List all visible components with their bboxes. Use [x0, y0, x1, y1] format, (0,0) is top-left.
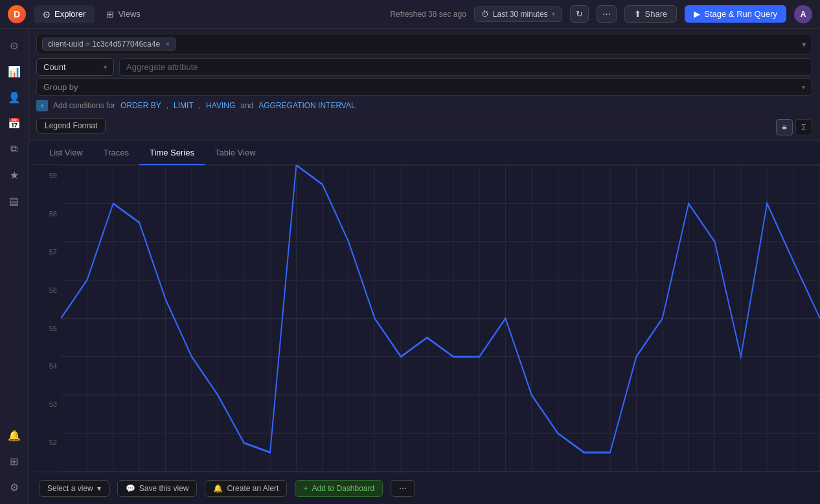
- sidebar-icon-people[interactable]: 👤: [3, 86, 26, 109]
- sidebar-icon-calendar[interactable]: 📅: [3, 111, 26, 135]
- refresh-info: Refreshed 38 sec ago: [390, 10, 466, 19]
- y-axis-labels: 59 58 57 56 55 54 53 52 51: [28, 165, 61, 504]
- nav-tab-explorer[interactable]: ⊙ Explorer: [34, 5, 95, 23]
- aggregate-row: Count ▾ Aggregate attribute: [36, 58, 812, 76]
- top-nav: D ⊙ Explorer ⊞ Views Refreshed 38 sec ag…: [0, 0, 820, 29]
- save-icon: 💬: [126, 484, 135, 493]
- time-series-chart: [61, 165, 820, 472]
- app-logo: D: [8, 5, 26, 23]
- group-by-arrow-icon: ▾: [802, 84, 805, 91]
- having-link[interactable]: HAVING: [206, 101, 235, 110]
- nav-tab-views-label: Views: [118, 9, 140, 19]
- aggregate-arrow-icon: ▾: [104, 63, 107, 71]
- qb-toolbar: ≡ Σ: [776, 119, 812, 135]
- share-icon: ⬆: [634, 9, 641, 19]
- nav-tab-explorer-label: Explorer: [54, 9, 85, 19]
- tab-list-view[interactable]: List View: [39, 141, 93, 165]
- create-alert-button[interactable]: 🔔 Create an Alert: [205, 480, 287, 497]
- conditions-row: + Add conditions for ORDER BY , LIMIT , …: [36, 100, 812, 111]
- chart-line: [61, 165, 820, 452]
- filter-expand-icon[interactable]: ▾: [802, 40, 806, 49]
- bottom-action-bar: Select a view ▾ 💬 Save this view 🔔 Creat…: [28, 472, 820, 504]
- more-icon: ⋯: [399, 484, 407, 493]
- more-options-button[interactable]: ⋯: [391, 480, 415, 497]
- sidebar-icon-grid[interactable]: ⊞: [3, 450, 26, 473]
- table-view-tool-button[interactable]: ≡: [776, 119, 793, 135]
- chart-area: 59 58 57 56 55 54 53 52 51: [28, 165, 820, 504]
- select-view-arrow-icon: ▾: [97, 484, 101, 493]
- view-tabs: List View Traces Time Series Table View: [28, 141, 820, 165]
- sidebar-icon-bell[interactable]: 🔔: [3, 424, 26, 447]
- query-builder: client-uuid = 1c3c4d577046ca4e × ▾ Count…: [28, 29, 820, 141]
- time-range-selector[interactable]: ⏱ Last 30 minutes ▾: [474, 6, 562, 22]
- share-button[interactable]: ⬆ Share: [624, 5, 678, 23]
- tab-time-series[interactable]: Time Series: [139, 141, 205, 165]
- filter-chip-remove[interactable]: ×: [166, 41, 170, 48]
- sigma-tool-button[interactable]: Σ: [795, 119, 812, 135]
- nav-tab-views[interactable]: ⊞ Views: [97, 5, 149, 23]
- aggregate-label: Count: [43, 62, 66, 72]
- time-range-label: Last 30 minutes: [493, 10, 548, 19]
- sidebar-icon-compass[interactable]: ⊙: [3, 34, 26, 57]
- add-condition-icon[interactable]: +: [36, 100, 48, 111]
- filter-chip-label: client-uuid = 1c3c4d577046ca4e: [48, 40, 160, 49]
- clock-icon: ⏱: [481, 10, 489, 19]
- sidebar: ⊙ 📊 👤 📅 ⧉ ★ ▤ 🔔 ⊞ ⚙: [0, 29, 28, 504]
- chart-svg-container: [61, 165, 820, 472]
- add-to-dashboard-icon: +: [303, 484, 308, 493]
- group-by-label: Group by: [43, 82, 78, 92]
- sidebar-icon-monitor[interactable]: ▤: [3, 189, 26, 212]
- alert-icon: 🔔: [213, 484, 223, 493]
- conditions-prefix: Add conditions for: [53, 101, 115, 110]
- filter-chip: client-uuid = 1c3c4d577046ca4e ×: [42, 38, 176, 51]
- select-view-label: Select a view: [47, 484, 93, 493]
- play-icon: ▶: [694, 9, 700, 19]
- select-view-dropdown[interactable]: Select a view ▾: [39, 480, 109, 497]
- sidebar-icon-layers[interactable]: ⧉: [3, 137, 26, 161]
- options-button[interactable]: ⋯: [597, 5, 617, 23]
- limit-link[interactable]: LIMIT: [174, 101, 194, 110]
- aggregate-attribute-input[interactable]: Aggregate attribute: [119, 58, 812, 76]
- content-area: client-uuid = 1c3c4d577046ca4e × ▾ Count…: [28, 29, 820, 504]
- tab-table-view[interactable]: Table View: [205, 141, 266, 165]
- save-view-button[interactable]: 💬 Save this view: [117, 480, 198, 497]
- refresh-button[interactable]: ↻: [570, 5, 589, 23]
- explorer-icon: ⊙: [43, 9, 51, 19]
- order-by-link[interactable]: ORDER BY: [120, 101, 161, 110]
- add-to-dashboard-button[interactable]: + Add to Dashboard: [295, 480, 383, 497]
- sidebar-icon-settings[interactable]: ⚙: [3, 475, 26, 499]
- top-nav-right: Refreshed 38 sec ago ⏱ Last 30 minutes ▾…: [390, 5, 812, 23]
- sidebar-icon-star[interactable]: ★: [3, 163, 26, 187]
- aggregation-interval-link[interactable]: AGGREGATION INTERVAL: [258, 101, 355, 110]
- aggregate-select[interactable]: Count ▾: [36, 58, 114, 76]
- tab-traces[interactable]: Traces: [93, 141, 139, 165]
- sidebar-icon-chart[interactable]: 📊: [3, 60, 26, 83]
- views-icon: ⊞: [106, 9, 114, 19]
- main-layout: ⊙ 📊 👤 📅 ⧉ ★ ▤ 🔔 ⊞ ⚙ client-uuid = 1c3c4d…: [0, 29, 820, 504]
- chevron-down-icon: ▾: [552, 10, 555, 17]
- group-by-row[interactable]: Group by ▾: [36, 78, 812, 96]
- legend-format-button[interactable]: Legend Format: [36, 118, 106, 133]
- filter-row: client-uuid = 1c3c4d577046ca4e × ▾: [36, 34, 812, 54]
- avatar[interactable]: A: [794, 5, 812, 23]
- run-query-button[interactable]: ▶ Stage & Run Query: [685, 5, 786, 23]
